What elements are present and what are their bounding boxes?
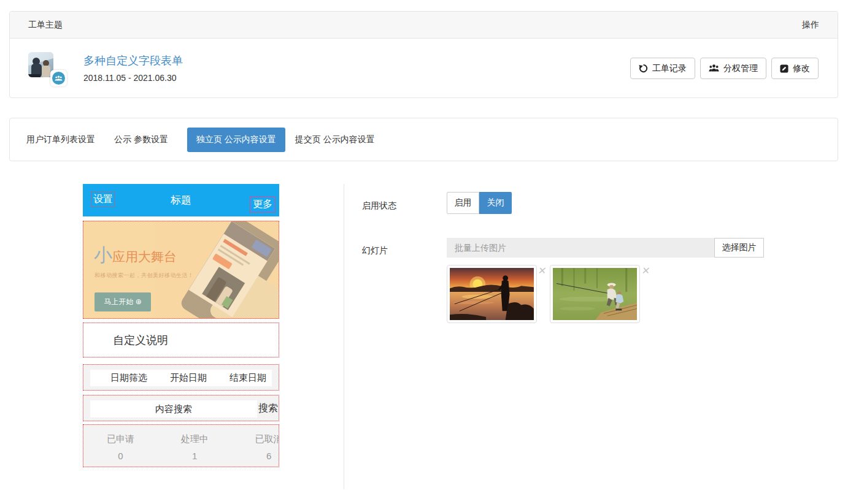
history-icon: [639, 64, 648, 73]
edit-icon: [780, 64, 788, 73]
permission-manage-label: 分权管理: [723, 63, 758, 74]
ticket-header-action-label: 操作: [802, 20, 819, 31]
banner-headline-accent: 小: [94, 245, 112, 265]
enable-status-toggle: 启用 关闭: [447, 192, 512, 214]
tab-submit-content[interactable]: 提交页 公示内容设置: [295, 134, 375, 145]
status-applied-value: 0: [83, 451, 158, 461]
phone-mockup-illustration: [155, 221, 279, 319]
tab-public-params[interactable]: 公示 参数设置: [114, 134, 168, 145]
page: 工单主题 操作: [0, 0, 848, 504]
ticket-card-header: 工单主题 操作: [10, 12, 838, 39]
banner-start-button[interactable]: 马上开始 ⊕: [94, 292, 151, 311]
avatar: [28, 52, 53, 77]
search-button[interactable]: 搜索: [258, 402, 278, 415]
enable-status-label: 启用状态: [362, 200, 396, 212]
ticket-header-title: 工单主题: [28, 20, 63, 31]
users-icon: [709, 64, 719, 72]
status-processing-label: 处理中: [158, 433, 232, 445]
preview-date-filter-row[interactable]: 日期筛选 开始日期 结束日期: [83, 364, 279, 391]
status-applied-label: 已申请: [83, 433, 158, 445]
ticket-title-link[interactable]: 多种自定义字段表单: [83, 53, 183, 68]
ticket-type-badge: [50, 70, 67, 86]
preview-custom-description[interactable]: 自定义说明: [83, 323, 279, 357]
date-filter-strip: 日期筛选 开始日期 结束日期: [90, 370, 272, 386]
preview-more-link[interactable]: 更多: [250, 197, 275, 212]
banner-headline-rest: 应用大舞台: [112, 250, 177, 264]
status-cancelled-value: 6: [232, 451, 279, 461]
ticket-records-button[interactable]: 工单记录: [630, 58, 695, 79]
preview-status-row[interactable]: 已申请 0 处理中 1 已取消 6: [83, 424, 279, 467]
car-couple-photo: [28, 52, 53, 77]
permission-manage-button[interactable]: 分权管理: [700, 58, 766, 79]
enable-off-button[interactable]: 关闭: [479, 192, 512, 214]
vertical-divider: [344, 184, 344, 489]
banner-subtitle: 和移动搜索一起，共创美好移动生活！: [94, 272, 194, 280]
preview-search-row[interactable]: 内容搜索 搜索: [83, 395, 279, 421]
ticket-card-body: 多种自定义字段表单 2018.11.05 - 2021.06.30 工单记录: [10, 39, 838, 97]
settings-tabs-card: 用户订单列表设置 公示 参数设置 独立页 公示内容设置 提交页 公示内容设置: [9, 118, 838, 161]
status-cancelled-label: 已取消: [232, 433, 279, 445]
tab-standalone-content[interactable]: 独立页 公示内容设置: [187, 128, 285, 152]
remove-slide-1-icon[interactable]: ✕: [537, 265, 547, 277]
status-cancelled: 已取消 6: [232, 433, 279, 467]
preview-banner[interactable]: 小应用大舞台 和移动搜索一起，共创美好移动生活！ 马上开始 ⊕: [83, 221, 279, 319]
date-filter-end[interactable]: 结束日期: [229, 372, 266, 384]
batch-upload-input[interactable]: [447, 238, 715, 258]
status-processing: 处理中 1: [158, 433, 232, 467]
slides-label: 幻灯片: [362, 245, 388, 256]
remove-slide-2-icon[interactable]: ✕: [641, 265, 651, 277]
team-icon: [52, 72, 65, 85]
slide-thumbnail-lakeside-fishing[interactable]: [550, 265, 640, 323]
date-filter-label: 日期筛选: [110, 372, 147, 384]
choose-image-button[interactable]: 选择图片: [714, 238, 764, 258]
preview-titlebar: 标题 设置 更多: [83, 184, 279, 216]
ticket-card: 工单主题 操作: [9, 11, 838, 98]
ticket-records-label: 工单记录: [652, 63, 687, 74]
search-input-preview[interactable]: 内容搜索: [90, 400, 257, 418]
ticket-avatar-group: [28, 52, 67, 88]
edit-button[interactable]: 修改: [771, 58, 819, 79]
status-processing-value: 1: [158, 451, 232, 461]
edit-label: 修改: [793, 63, 810, 74]
slide-thumbnail-sunset-fishing[interactable]: [447, 265, 537, 323]
mobile-preview-panel: 标题 设置 更多 小应用大舞台 和移动搜索一起，共创美好移动生活！ 马上开始 ⊕: [83, 184, 279, 467]
banner-headline: 小应用大舞台: [94, 243, 177, 268]
date-filter-start[interactable]: 开始日期: [170, 372, 207, 384]
ticket-actions: 工单记录 分权管理: [630, 58, 819, 79]
tab-user-order-list[interactable]: 用户订单列表设置: [26, 134, 95, 145]
status-applied: 已申请 0: [83, 433, 158, 467]
enable-on-button[interactable]: 启用: [447, 192, 479, 214]
lakeside-fishing-photo: [553, 268, 637, 320]
sunset-fishing-photo: [450, 268, 534, 320]
preview-settings-link[interactable]: 设置: [91, 192, 115, 207]
ticket-date-range: 2018.11.05 - 2021.06.30: [83, 73, 177, 83]
